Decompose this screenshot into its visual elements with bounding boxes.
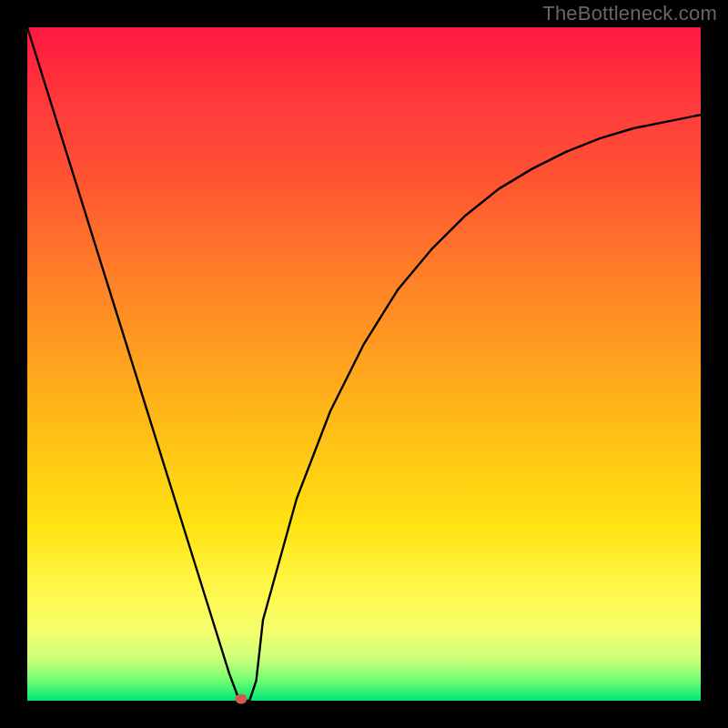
curve-svg [27,27,701,701]
minimum-marker [236,693,248,703]
watermark-text: TheBottleneck.com [542,2,717,25]
bottleneck-curve [27,27,701,701]
chart-container: TheBottleneck.com [0,0,728,728]
plot-area [27,27,701,701]
